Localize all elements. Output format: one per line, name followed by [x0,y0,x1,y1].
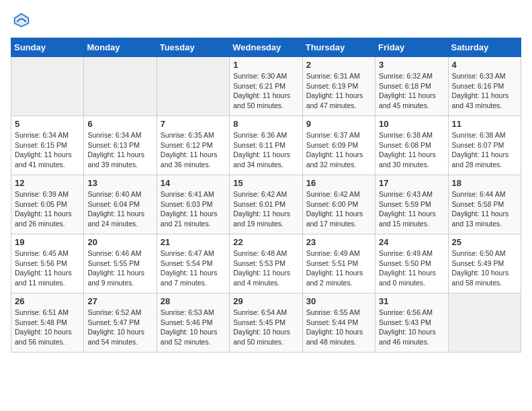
calendar-cell: 8Sunrise: 6:36 AM Sunset: 6:11 PM Daylig… [230,116,302,175]
calendar-cell [84,57,157,116]
calendar-cell: 11Sunrise: 6:38 AM Sunset: 6:07 PM Dayli… [448,116,521,175]
weekday-row: SundayMondayTuesdayWednesdayThursdayFrid… [11,38,521,57]
day-info: Sunrise: 6:49 AM Sunset: 5:51 PM Dayligh… [306,248,371,288]
day-number: 6 [87,119,152,129]
day-number: 10 [379,119,444,129]
day-number: 28 [161,296,226,306]
weekday-header-wednesday: Wednesday [230,38,302,57]
calendar-cell: 20Sunrise: 6:46 AM Sunset: 5:55 PM Dayli… [84,234,157,293]
logo [11,11,31,32]
day-info: Sunrise: 6:42 AM Sunset: 6:00 PM Dayligh… [306,189,371,229]
day-number: 7 [161,119,226,129]
day-number: 16 [306,178,371,188]
day-number: 26 [15,296,80,306]
svg-marker-0 [13,12,30,28]
day-number: 1 [233,60,298,70]
day-info: Sunrise: 6:53 AM Sunset: 5:46 PM Dayligh… [161,308,226,347]
day-info: Sunrise: 6:30 AM Sunset: 6:21 PM Dayligh… [233,71,298,111]
day-number: 25 [452,237,517,247]
day-number: 2 [306,60,371,70]
weekday-header-sunday: Sunday [11,38,84,57]
calendar-cell: 23Sunrise: 6:49 AM Sunset: 5:51 PM Dayli… [302,234,375,293]
day-info: Sunrise: 6:34 AM Sunset: 6:15 PM Dayligh… [15,130,80,170]
day-info: Sunrise: 6:45 AM Sunset: 5:56 PM Dayligh… [15,248,80,288]
calendar-header: SundayMondayTuesdayWednesdayThursdayFrid… [11,38,521,57]
day-info: Sunrise: 6:51 AM Sunset: 5:48 PM Dayligh… [15,308,80,347]
day-info: Sunrise: 6:46 AM Sunset: 5:55 PM Dayligh… [87,248,152,288]
calendar-week-4: 19Sunrise: 6:45 AM Sunset: 5:56 PM Dayli… [11,234,521,293]
calendar-cell [448,293,521,353]
day-info: Sunrise: 6:35 AM Sunset: 6:12 PM Dayligh… [161,130,226,170]
day-number: 4 [452,60,517,70]
day-number: 21 [161,237,226,247]
calendar-week-5: 26Sunrise: 6:51 AM Sunset: 5:48 PM Dayli… [11,293,521,353]
day-info: Sunrise: 6:39 AM Sunset: 6:05 PM Dayligh… [15,189,80,229]
day-info: Sunrise: 6:34 AM Sunset: 6:13 PM Dayligh… [87,130,152,170]
calendar-cell: 17Sunrise: 6:43 AM Sunset: 5:59 PM Dayli… [375,175,448,234]
calendar-week-1: 1Sunrise: 6:30 AM Sunset: 6:21 PM Daylig… [11,57,521,116]
day-info: Sunrise: 6:50 AM Sunset: 5:49 PM Dayligh… [452,248,517,288]
day-number: 12 [15,178,80,188]
day-info: Sunrise: 6:55 AM Sunset: 5:44 PM Dayligh… [306,308,371,347]
weekday-header-saturday: Saturday [448,38,521,57]
calendar-cell: 9Sunrise: 6:37 AM Sunset: 6:09 PM Daylig… [302,116,375,175]
day-number: 20 [87,237,152,247]
calendar-cell: 14Sunrise: 6:41 AM Sunset: 6:03 PM Dayli… [157,175,229,234]
day-info: Sunrise: 6:56 AM Sunset: 5:43 PM Dayligh… [379,308,444,347]
day-number: 13 [87,178,152,188]
day-info: Sunrise: 6:32 AM Sunset: 6:18 PM Dayligh… [379,71,444,111]
calendar-cell: 2Sunrise: 6:31 AM Sunset: 6:19 PM Daylig… [302,57,375,116]
calendar-cell: 31Sunrise: 6:56 AM Sunset: 5:43 PM Dayli… [375,293,448,353]
calendar-cell: 27Sunrise: 6:52 AM Sunset: 5:47 PM Dayli… [84,293,157,353]
day-number: 3 [379,60,444,70]
calendar-cell: 30Sunrise: 6:55 AM Sunset: 5:44 PM Dayli… [302,293,375,353]
day-info: Sunrise: 6:52 AM Sunset: 5:47 PM Dayligh… [87,308,152,347]
day-number: 22 [233,237,298,247]
day-info: Sunrise: 6:38 AM Sunset: 6:08 PM Dayligh… [379,130,444,170]
calendar-cell: 26Sunrise: 6:51 AM Sunset: 5:48 PM Dayli… [11,293,84,353]
day-number: 8 [233,119,298,129]
day-number: 15 [233,178,298,188]
day-number: 24 [379,237,444,247]
calendar-cell: 16Sunrise: 6:42 AM Sunset: 6:00 PM Dayli… [302,175,375,234]
calendar-table: SundayMondayTuesdayWednesdayThursdayFrid… [11,38,521,353]
day-info: Sunrise: 6:54 AM Sunset: 5:45 PM Dayligh… [233,308,298,347]
day-number: 27 [87,296,152,306]
day-info: Sunrise: 6:43 AM Sunset: 5:59 PM Dayligh… [379,189,444,229]
calendar-cell: 7Sunrise: 6:35 AM Sunset: 6:12 PM Daylig… [157,116,229,175]
day-info: Sunrise: 6:36 AM Sunset: 6:11 PM Dayligh… [233,130,298,170]
day-info: Sunrise: 6:44 AM Sunset: 5:58 PM Dayligh… [452,189,517,229]
day-number: 9 [306,119,371,129]
day-info: Sunrise: 6:42 AM Sunset: 6:01 PM Dayligh… [233,189,298,229]
calendar-week-2: 5Sunrise: 6:34 AM Sunset: 6:15 PM Daylig… [11,116,521,175]
calendar-cell: 22Sunrise: 6:48 AM Sunset: 5:53 PM Dayli… [230,234,302,293]
calendar-cell: 28Sunrise: 6:53 AM Sunset: 5:46 PM Dayli… [157,293,229,353]
calendar-body: 1Sunrise: 6:30 AM Sunset: 6:21 PM Daylig… [11,57,521,353]
calendar-cell: 4Sunrise: 6:33 AM Sunset: 6:16 PM Daylig… [448,57,521,116]
day-info: Sunrise: 6:37 AM Sunset: 6:09 PM Dayligh… [306,130,371,170]
day-number: 29 [233,296,298,306]
day-info: Sunrise: 6:47 AM Sunset: 5:54 PM Dayligh… [161,248,226,288]
day-number: 31 [379,296,444,306]
day-number: 17 [379,178,444,188]
day-info: Sunrise: 6:38 AM Sunset: 6:07 PM Dayligh… [452,130,517,170]
calendar-cell [11,57,84,116]
weekday-header-monday: Monday [84,38,157,57]
weekday-header-tuesday: Tuesday [157,38,229,57]
day-number: 30 [306,296,371,306]
calendar-cell: 1Sunrise: 6:30 AM Sunset: 6:21 PM Daylig… [230,57,302,116]
calendar-cell: 24Sunrise: 6:49 AM Sunset: 5:50 PM Dayli… [375,234,448,293]
day-number: 19 [15,237,80,247]
calendar-cell: 13Sunrise: 6:40 AM Sunset: 6:04 PM Dayli… [84,175,157,234]
weekday-header-thursday: Thursday [302,38,375,57]
calendar-cell [157,57,229,116]
day-info: Sunrise: 6:40 AM Sunset: 6:04 PM Dayligh… [87,189,152,229]
calendar-week-3: 12Sunrise: 6:39 AM Sunset: 6:05 PM Dayli… [11,175,521,234]
calendar-cell: 12Sunrise: 6:39 AM Sunset: 6:05 PM Dayli… [11,175,84,234]
day-number: 5 [15,119,80,129]
day-info: Sunrise: 6:33 AM Sunset: 6:16 PM Dayligh… [452,71,517,111]
day-info: Sunrise: 6:49 AM Sunset: 5:50 PM Dayligh… [379,248,444,288]
calendar-cell: 19Sunrise: 6:45 AM Sunset: 5:56 PM Dayli… [11,234,84,293]
weekday-header-friday: Friday [375,38,448,57]
calendar-cell: 15Sunrise: 6:42 AM Sunset: 6:01 PM Dayli… [230,175,302,234]
